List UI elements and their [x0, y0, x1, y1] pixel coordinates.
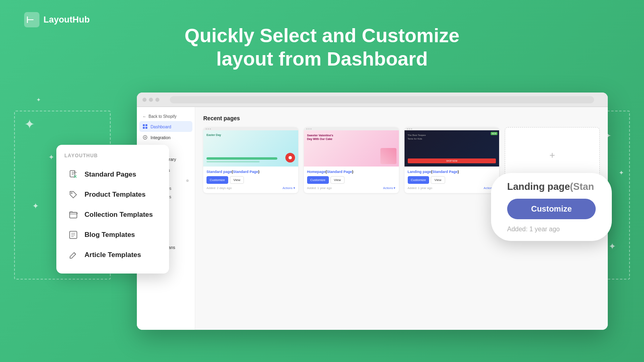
- dot: [310, 128, 312, 130]
- card-3-body: Landing page(Standard Page) Customize Vi…: [405, 167, 500, 193]
- actions-link-2[interactable]: Actions ▾: [383, 186, 396, 190]
- actions-link-1[interactable]: Actions ▾: [283, 186, 295, 190]
- sidebar-integration-label: Integration: [151, 135, 171, 140]
- svg-rect-4: [143, 127, 145, 129]
- floating-sidebar-title: LAYOUTHUB: [64, 153, 161, 158]
- card-3-thumbnail: NEW The Best TeepeeTents for Kids SHOP N…: [405, 130, 500, 167]
- browser-dot-green: [155, 98, 159, 102]
- arrow-left-icon: ←: [142, 114, 147, 119]
- dot: [407, 128, 408, 130]
- card-1-body: Standard page(Standard Page) Customize V…: [203, 167, 298, 193]
- card-1-thumbnail: Easter Day: [203, 130, 298, 167]
- back-to-shopify[interactable]: ← Back to Shopify: [137, 112, 195, 121]
- sidebar-item-integration[interactable]: Integration: [137, 132, 195, 143]
- sparkle-icon: ✦: [36, 97, 41, 103]
- thumb-2-text: Sweeter Valentine'sDay With Our Cake: [307, 134, 333, 141]
- card-1-meta: Added: 2 days ago Actions ▾: [206, 186, 295, 190]
- svg-rect-5: [145, 127, 147, 129]
- card-2-title: Homepage(Standard Page): [307, 170, 396, 174]
- browser-bar: [137, 93, 608, 107]
- page-card-3: NEW The Best TeepeeTents for Kids SHOP N…: [405, 127, 500, 193]
- view-button-3[interactable]: View: [431, 176, 445, 184]
- floating-nav-blog-templates[interactable]: Blog Templates: [64, 225, 161, 245]
- browser-url-bar: [170, 96, 594, 103]
- tag-outline-icon: [68, 189, 79, 200]
- svg-rect-2: [143, 124, 145, 126]
- card-3-actions: Customize View: [408, 176, 496, 184]
- customize-button-3[interactable]: Customize: [408, 176, 429, 184]
- sidebar-dashboard-label: Dashboard: [151, 124, 171, 129]
- popup-meta: Added: 1 year ago: [507, 226, 560, 233]
- grid-icon: [142, 124, 148, 129]
- thumb-1-text: Easter Day: [206, 134, 221, 136]
- customize-button-2[interactable]: Customize: [307, 176, 329, 184]
- browser-dot-red: [142, 98, 147, 102]
- popup-title: Landing page(Stan: [507, 181, 594, 192]
- floating-popup: Landing page(Stan Customize Added: 1 yea…: [491, 173, 612, 241]
- hero-title: Quickly Select and Customize layout from…: [0, 24, 644, 70]
- card-1-header: [203, 127, 298, 130]
- floating-nav-standard-pages[interactable]: Standard Pages: [64, 165, 161, 184]
- edit-icon: [68, 249, 79, 261]
- dot: [208, 128, 209, 130]
- sidebar-item-dashboard[interactable]: Dashboard: [139, 121, 192, 132]
- browser-dot-yellow: [149, 98, 153, 102]
- dot: [306, 128, 308, 130]
- blog-icon: [68, 229, 79, 241]
- card-3-header: [405, 127, 500, 130]
- card-1-actions: Customize View: [206, 176, 295, 184]
- hero-section: Quickly Select and Customize layout from…: [0, 24, 644, 70]
- logo-text: LayoutHub: [43, 14, 90, 25]
- dot: [409, 128, 410, 130]
- add-icon[interactable]: ⊕: [186, 179, 190, 183]
- add-page-plus-icon: +: [549, 150, 555, 161]
- card-2-header: [304, 127, 399, 130]
- card-2-body: Homepage(Standard Page) Customize View A…: [304, 167, 399, 193]
- card-2-thumbnail: Sweeter Valentine'sDay With Our Cake: [304, 130, 399, 167]
- svg-rect-17: [70, 171, 75, 177]
- card-1-title: Standard page(Standard Page): [206, 170, 295, 174]
- product-templates-label: Product Templates: [85, 191, 146, 199]
- floating-sidebar: LAYOUTHUB Standard Pages Product Templat…: [56, 145, 169, 274]
- svg-rect-19: [70, 212, 77, 218]
- popup-customize-button[interactable]: Customize: [507, 199, 596, 219]
- card-3-title: Landing page(Standard Page): [408, 170, 496, 174]
- dot: [210, 128, 211, 130]
- card-3-dots: [407, 128, 412, 130]
- plug-icon: [142, 135, 148, 140]
- card-3-meta: Added: 1 year ago Actions ▾: [408, 186, 496, 190]
- page-icon: [68, 169, 79, 180]
- article-templates-label: Article Templates: [85, 251, 141, 259]
- floating-nav-product-templates[interactable]: Product Templates: [64, 185, 161, 204]
- floating-nav-collection-templates[interactable]: Collection Templates: [64, 205, 161, 224]
- dot: [308, 128, 310, 130]
- card-1-dots: [206, 128, 211, 130]
- card-2-actions: Customize View: [307, 176, 396, 184]
- svg-rect-3: [145, 124, 147, 126]
- new-badge: NEW: [491, 132, 498, 135]
- recent-pages-title: Recent pages: [203, 115, 600, 121]
- svg-point-18: [71, 193, 72, 194]
- page-card-2: Sweeter Valentine'sDay With Our Cake Hom…: [304, 127, 399, 193]
- page-card-1: Easter Day Standard page(Standard Page): [203, 127, 298, 193]
- blog-templates-label: Blog Templates: [85, 231, 135, 239]
- floating-nav-article-templates[interactable]: Article Templates: [64, 245, 161, 265]
- dot: [411, 128, 412, 130]
- standard-pages-label: Standard Pages: [85, 171, 136, 179]
- folder-icon: [68, 209, 79, 220]
- view-button-1[interactable]: View: [230, 176, 244, 184]
- svg-text:⊢: ⊢: [26, 15, 34, 25]
- card-2-meta: Added: 1 year ago Actions ▾: [307, 186, 396, 190]
- view-button-2[interactable]: View: [330, 176, 345, 184]
- dot: [206, 128, 207, 130]
- card-2-dots: [306, 128, 312, 130]
- collection-templates-label: Collection Templates: [85, 211, 153, 219]
- customize-button-1[interactable]: Customize: [206, 176, 228, 184]
